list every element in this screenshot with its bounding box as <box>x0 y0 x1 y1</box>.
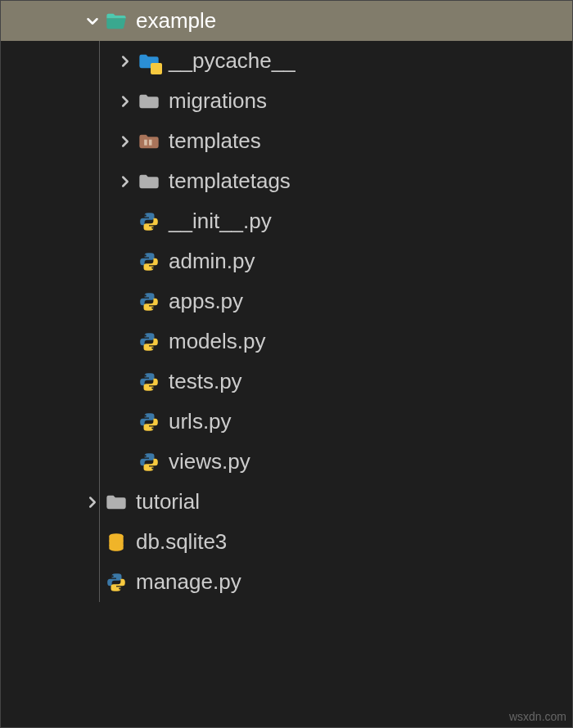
folder-icon <box>138 90 160 113</box>
folder-label: example <box>136 8 572 34</box>
folder-row-templates[interactable]: templates <box>1 121 572 161</box>
python-file-icon <box>138 210 160 233</box>
python-file-icon <box>138 250 160 273</box>
file-row-init[interactable]: · __init__.py <box>1 201 572 241</box>
python-file-icon <box>105 571 128 594</box>
file-label: __init__.py <box>169 209 572 234</box>
file-row-apps[interactable]: · apps.py <box>1 281 572 321</box>
database-file-icon <box>105 531 128 554</box>
folder-label: __pycache__ <box>169 48 572 74</box>
file-row-tests[interactable]: · tests.py <box>1 362 572 402</box>
chevron-right-icon[interactable] <box>113 52 138 70</box>
file-row-db[interactable]: · db.sqlite3 <box>1 522 572 562</box>
folder-label: templates <box>169 128 572 154</box>
chevron-right-icon[interactable] <box>113 92 138 110</box>
file-row-urls[interactable]: · urls.py <box>1 402 572 442</box>
folder-label: migrations <box>169 88 572 114</box>
folder-row-example[interactable]: example <box>1 1 572 41</box>
file-label: models.py <box>169 329 572 354</box>
file-label: tests.py <box>169 369 572 394</box>
folder-open-icon <box>105 10 128 33</box>
python-file-icon <box>138 330 160 353</box>
file-label: admin.py <box>169 249 572 274</box>
file-label: urls.py <box>169 409 572 434</box>
chevron-right-icon[interactable] <box>113 133 138 151</box>
folder-label: tutorial <box>136 489 572 515</box>
file-label: db.sqlite3 <box>136 529 572 555</box>
python-file-icon <box>138 411 160 434</box>
folder-templates-icon <box>138 130 160 153</box>
svg-rect-0 <box>144 139 147 145</box>
file-row-models[interactable]: · models.py <box>1 321 572 362</box>
file-row-manage[interactable]: · manage.py <box>1 562 572 602</box>
file-explorer-tree: example __pycache__ migrations templates <box>1 1 572 602</box>
python-file-icon <box>138 290 160 313</box>
folder-python-icon <box>138 50 160 73</box>
folder-row-templatetags[interactable]: templatetags <box>1 161 572 201</box>
folder-icon <box>138 170 160 193</box>
folder-label: templatetags <box>169 169 572 194</box>
file-row-views[interactable]: · views.py <box>1 442 572 482</box>
file-label: manage.py <box>136 569 572 595</box>
folder-row-pycache[interactable]: __pycache__ <box>1 41 572 81</box>
svg-rect-1 <box>149 139 152 145</box>
python-file-icon <box>138 451 160 474</box>
folder-row-migrations[interactable]: migrations <box>1 81 572 121</box>
python-file-icon <box>138 371 160 393</box>
folder-icon <box>105 491 128 514</box>
file-label: apps.py <box>169 289 572 314</box>
chevron-right-icon[interactable] <box>80 493 105 511</box>
file-label: views.py <box>169 449 572 474</box>
chevron-down-icon[interactable] <box>80 12 105 30</box>
folder-row-tutorial[interactable]: tutorial <box>1 482 572 522</box>
file-row-admin[interactable]: · admin.py <box>1 241 572 281</box>
watermark-text: wsxdn.com <box>509 710 566 723</box>
chevron-right-icon[interactable] <box>113 173 138 191</box>
